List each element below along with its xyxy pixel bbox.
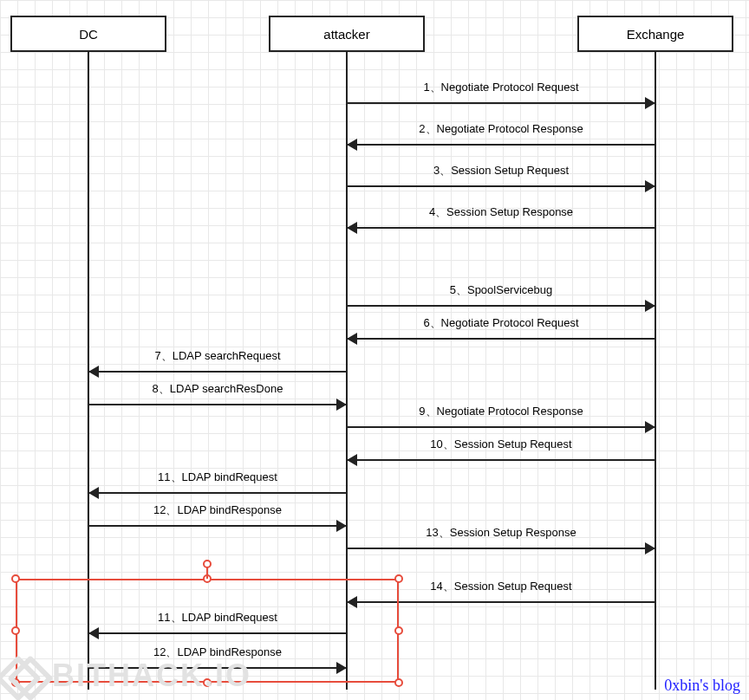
msg-4: 4、Session Setup Response — [348, 222, 655, 236]
msg-1: 1、Negotiate Protocol Request — [348, 97, 655, 111]
msg-11-label: 11、LDAP bindRequest — [89, 470, 346, 485]
actor-exchange: Exchange — [577, 16, 733, 52]
selection-handle[interactable] — [394, 678, 403, 687]
msg-9-label: 9、Negotiate Protocol Response — [348, 404, 655, 419]
msg-13-label: 13、Session Setup Response — [348, 525, 655, 541]
selection-handle[interactable] — [394, 574, 403, 583]
msg-10-label: 10、Session Setup Request — [348, 437, 655, 452]
selection-handle[interactable] — [11, 626, 20, 635]
msg-10: 10、Session Setup Request — [348, 454, 655, 468]
msg-8-label: 8、LDAP searchResDone — [89, 381, 346, 397]
msg-12-label: 12、LDAP bindResponse — [89, 502, 346, 518]
msg-8: 8、LDAP searchResDone — [89, 399, 346, 412]
msg-7: 7、LDAP searchRequest — [89, 366, 346, 379]
msg-2-label: 2、Negotiate Protocol Response — [348, 121, 655, 137]
selection-handle[interactable] — [11, 574, 20, 583]
actor-dc-label: DC — [79, 27, 98, 42]
msg-7-label: 7、LDAP searchRequest — [89, 348, 346, 364]
msg-6: 6、Negotiate Protocol Request — [348, 333, 655, 347]
watermark: BITHACK.IO — [5, 657, 251, 695]
msg-1-label: 1、Negotiate Protocol Request — [348, 80, 655, 95]
msg-11: 11、LDAP bindRequest — [89, 487, 346, 501]
msg-9: 9、Negotiate Protocol Response — [348, 421, 655, 435]
lifeline-exchange — [655, 52, 656, 690]
msg-2: 2、Negotiate Protocol Response — [348, 139, 655, 152]
watermark-text: BITHACK.IO — [52, 658, 251, 694]
msg-4-label: 4、Session Setup Response — [348, 204, 655, 220]
msg-3-label: 3、Session Setup Request — [348, 163, 655, 178]
credit-text: 0xbin's blog — [664, 677, 740, 695]
msg-12: 12、LDAP bindResponse — [89, 520, 346, 534]
sequence-diagram: DC attacker Exchange 1、Negotiate Protoco… — [0, 0, 749, 700]
rotate-handle[interactable] — [203, 560, 212, 568]
selection-handle[interactable] — [394, 626, 403, 635]
msg-6-label: 6、Negotiate Protocol Request — [348, 315, 655, 331]
msg-5: 5、SpoolServicebug — [348, 300, 655, 314]
actor-attacker-label: attacker — [323, 27, 369, 42]
actor-attacker: attacker — [269, 16, 425, 52]
actor-dc: DC — [10, 16, 166, 52]
msg-5-label: 5、SpoolServicebug — [348, 282, 655, 298]
msg-3: 3、Session Setup Request — [348, 180, 655, 194]
actor-exchange-label: Exchange — [627, 27, 685, 42]
selection-handle[interactable] — [203, 574, 212, 583]
msg-13: 13、Session Setup Response — [348, 542, 655, 556]
watermark-icon — [5, 657, 43, 695]
